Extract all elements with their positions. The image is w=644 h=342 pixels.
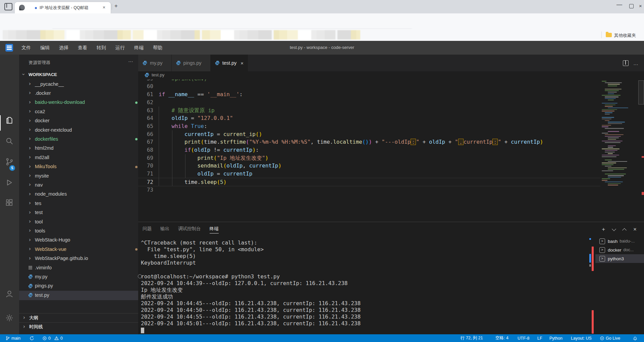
tab-close-icon[interactable]: × [240, 60, 244, 66]
explorer-item-md2all[interactable]: ›md2all [19, 153, 138, 162]
explorer-item-baidu-wenku-download[interactable]: ›baidu-wenku-download [19, 98, 138, 107]
explorer-item-__pycache__[interactable]: ›__pycache__ [19, 80, 138, 89]
command-decoration-icon[interactable] [138, 274, 142, 278]
new-tab-button[interactable]: + [114, 3, 118, 9]
go-live-item[interactable]: Go Live [600, 334, 620, 342]
explorer-item-tes[interactable]: ›tes [19, 199, 138, 208]
menu-文件[interactable]: 文件 [17, 45, 36, 51]
explorer-item-WebStackPage.github.io[interactable]: ›WebStackPage.github.io [19, 254, 138, 263]
code-line-66[interactable]: 66 currentIp = current_ip() [138, 130, 600, 138]
maximize-panel-icon[interactable] [622, 228, 627, 232]
window-close-button[interactable]: × [639, 3, 642, 9]
extensions-icon[interactable] [5, 198, 14, 207]
panel-tab-终端[interactable]: 终端 [210, 226, 219, 233]
code-line-68[interactable]: 68 if(oldIp != currentIp): [138, 146, 600, 154]
menu-查看[interactable]: 查看 [73, 45, 92, 51]
code-line-64[interactable]: 64 oldIp = "127.0.0.1" [138, 114, 600, 122]
tab-actions-icon[interactable] [4, 3, 12, 10]
menu-选择[interactable]: 选择 [54, 45, 73, 51]
search-icon[interactable] [5, 136, 14, 146]
explorer-item-docker[interactable]: ›docker [19, 117, 138, 126]
explorer-item-docker-nextcloud[interactable]: ›docker-nextcloud [19, 126, 138, 135]
workspace-section-header[interactable]: › WORKSPACE [19, 70, 138, 80]
code-line-73[interactable]: 73 [138, 186, 600, 194]
keyboard-layout-item[interactable]: Layout: US [571, 334, 592, 342]
code-line-71[interactable]: 71 oldIp = currentIp [138, 170, 600, 178]
explorer-item-test[interactable]: ›test [19, 208, 138, 217]
outline-section[interactable]: › 大纲 [19, 313, 138, 323]
code-line-67[interactable]: 67 print(time.strftime("%Y-%m-%d %H:%M:%… [138, 138, 600, 146]
indentation-item[interactable]: 空格: 4 [495, 334, 508, 342]
explorer-item-node_modules[interactable]: ›node_modules [19, 190, 138, 199]
code-line-69[interactable]: 69 print("Ip 地址发生改变") [138, 154, 600, 162]
notifications-item[interactable] [633, 334, 638, 342]
breadcrumb[interactable]: test.py [138, 71, 644, 79]
terminal-dropdown-icon[interactable] [612, 227, 616, 231]
browser-tab[interactable]: IP 地址改变提醒 - QQ邮箱 × [15, 2, 111, 13]
menu-运行[interactable]: 运行 [111, 45, 129, 51]
menu-帮助[interactable]: 帮助 [148, 45, 167, 51]
code-line-65[interactable]: 65 while True: [138, 122, 600, 130]
code-line-60[interactable]: 60 [138, 82, 600, 90]
minimap[interactable] [600, 79, 638, 222]
explorer-item-.docker[interactable]: ›.docker [19, 89, 138, 98]
explorer-item-html2md[interactable]: ›html2md [19, 144, 138, 153]
close-panel-icon[interactable]: × [633, 227, 637, 232]
explorer-item-.viminfo[interactable]: .viminfo [19, 263, 138, 272]
explorer-item-test.py[interactable]: test.py [19, 291, 138, 300]
editor-tab-test.py[interactable]: test.py× [211, 55, 248, 71]
split-editor-icon[interactable] [623, 60, 629, 66]
tab-close-icon[interactable]: × [103, 5, 105, 10]
panel-tab-问题[interactable]: 问题 [143, 226, 152, 233]
code-editor[interactable]: 59 #print(env)6061if __name__ == '__main… [138, 79, 644, 222]
run-debug-icon[interactable] [5, 178, 14, 187]
menu-编辑[interactable]: 编辑 [36, 45, 54, 51]
explorer-item-pings.py[interactable]: pings.py [19, 282, 138, 291]
terminal-instance-python3[interactable]: >python3 [595, 254, 644, 263]
explorer-item-MikuTools[interactable]: ›MikuTools [19, 162, 138, 172]
panel-tab-调试控制台[interactable]: 调试控制台 [178, 226, 201, 233]
explorer-item-dockerfiles[interactable]: ›dockerfiles [19, 135, 138, 144]
code-line-59[interactable]: 59 #print(env) [138, 79, 600, 82]
explorer-item-nav[interactable]: ›nav [19, 181, 138, 190]
new-terminal-icon[interactable]: + [602, 227, 605, 232]
code-line-63[interactable]: 63 # 随意设置原 ip [138, 107, 600, 115]
editor-tab-my.py[interactable]: my.py [138, 55, 172, 71]
timeline-section[interactable]: › 时间线 [19, 322, 138, 332]
explorer-item-WebStack-vue[interactable]: ›WebStack-vue [19, 245, 138, 254]
explorer-item-tools[interactable]: ›tools [19, 226, 138, 235]
editor-tab-pings.py[interactable]: pings.py [172, 55, 211, 71]
code-line-61[interactable]: 61if __name__ == '__main__': [138, 90, 600, 98]
line-number: 66 [138, 130, 153, 138]
settings-gear-icon[interactable] [5, 313, 14, 323]
language-item[interactable]: Python [549, 334, 562, 342]
menu-转到[interactable]: 转到 [92, 45, 111, 51]
problems-item[interactable]: 0 0 [42, 334, 63, 342]
explorer-more-icon[interactable]: … [128, 57, 133, 63]
encoding-item[interactable]: UTF-8 [518, 334, 529, 342]
window-minimize-button[interactable]: — [616, 1, 622, 8]
cursor-position-item[interactable]: 行 72, 列 21 [461, 334, 483, 342]
git-branch-item[interactable]: main [5, 334, 20, 342]
explorer-item-tool[interactable]: ›tool [19, 217, 138, 226]
panel-tab-输出[interactable]: 输出 [160, 226, 169, 233]
scrollbar-slider[interactable] [638, 80, 644, 105]
menu-终端[interactable]: 终端 [129, 45, 148, 51]
window-maximize-button[interactable] [629, 4, 634, 8]
explorer-item-mysite[interactable]: ›mysite [19, 172, 138, 181]
explorer-icon[interactable] [5, 116, 14, 125]
explorer-item-WebStack-Hugo[interactable]: ›WebStack-Hugo [19, 236, 138, 245]
code-line-70[interactable]: 70 sendmail(oldIp, currentIp) [138, 162, 600, 170]
account-icon[interactable] [5, 289, 14, 298]
code-line-62[interactable]: 62 [138, 98, 600, 107]
eol-item[interactable]: LF [537, 334, 542, 342]
file-label: dockerfiles [35, 136, 58, 142]
other-favorites-label[interactable]: 其他收藏夹 [614, 32, 636, 39]
terminal-instance-docker[interactable]: >dockerdoc... [595, 246, 644, 254]
explorer-item-cca2[interactable]: ›cca2 [19, 107, 138, 116]
terminal-instance-bash[interactable]: >bashbaidu-... [595, 237, 644, 246]
sync-item[interactable] [30, 334, 34, 342]
editor-more-icon[interactable]: … [633, 62, 639, 65]
explorer-item-my.py[interactable]: my.py [19, 272, 138, 281]
code-line-72[interactable]: 72 time.sleep(5) [138, 178, 600, 187]
